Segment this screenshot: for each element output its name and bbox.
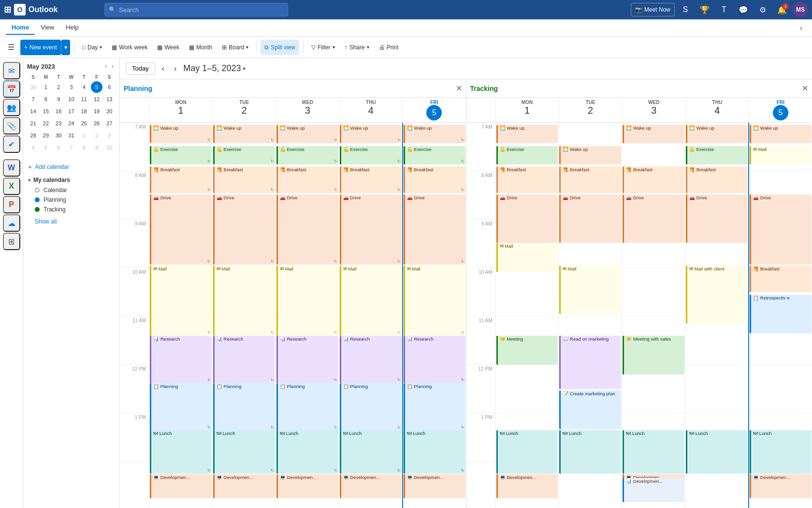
sidebar-item-ppt[interactable]: P xyxy=(3,196,20,213)
event-dev-tue2[interactable]: 💻 Developmen... xyxy=(213,474,275,498)
work-week-button[interactable]: ▦ Work week xyxy=(108,40,151,55)
mini-day-4-next[interactable]: 4 xyxy=(28,142,39,153)
event-mail-tue2[interactable]: ✉ Mail↻ xyxy=(213,266,275,336)
track-dev2-wed[interactable]: 📊 Developmen... xyxy=(623,478,684,502)
mini-day-21[interactable]: 21 xyxy=(28,118,39,129)
sidebar-item-excel[interactable]: X xyxy=(3,178,20,195)
track-lunch-fri[interactable]: 🍽 Lunch xyxy=(750,430,812,474)
event-wakeup-wed3[interactable]: 🌅 Wake up↻ xyxy=(276,125,338,143)
event-research-mon1[interactable]: 📊 Research↻ xyxy=(150,336,212,383)
track-create-mktplan-tue[interactable]: 📝 Create marketing plan xyxy=(559,390,621,429)
event-exercise-mon1[interactable]: 💪 Exercise↻ xyxy=(150,146,212,164)
board-button[interactable]: ⊞ Board ▾ xyxy=(218,40,252,55)
today-button[interactable]: Today xyxy=(126,62,155,75)
share-button[interactable]: ↑ Share ▾ xyxy=(341,40,373,55)
avatar[interactable]: MS xyxy=(793,2,808,17)
event-planning-mon1[interactable]: 📋 Planning↻ xyxy=(150,383,212,431)
mini-day-7-next[interactable]: 7 xyxy=(65,142,77,153)
event-dev-thu4[interactable]: 💻 Developmen... xyxy=(340,474,402,498)
mini-day-24[interactable]: 24 xyxy=(65,118,77,129)
mini-day-6[interactable]: 6 xyxy=(103,81,115,93)
mini-day-27[interactable]: 27 xyxy=(103,118,115,129)
tab-help[interactable]: Help xyxy=(60,21,85,35)
mini-cal-next[interactable]: › xyxy=(110,62,116,71)
track-mail-tue[interactable]: ✉ Mail xyxy=(559,266,621,314)
mini-day-1-next[interactable]: 1 xyxy=(78,130,90,141)
track-wakeup-fri[interactable]: 🌅 Wake up xyxy=(750,125,812,143)
mini-day-2-next[interactable]: 2 xyxy=(91,130,102,141)
event-research-thu4[interactable]: 📊 Research↻ xyxy=(340,336,402,383)
event-exercise-thu4[interactable]: 💪 Exercise↻ xyxy=(340,146,402,164)
sidebar-item-apps[interactable]: ⊞ xyxy=(3,233,20,250)
track-exercise-mon[interactable]: 💪 Exercise xyxy=(496,146,558,164)
track-drive-wed[interactable]: 🚗 Drive xyxy=(623,194,684,243)
event-lunch-fri5[interactable]: 🍽 Lunch↻ xyxy=(404,430,465,474)
track-breakfast-mon[interactable]: 🥞 Breakfast xyxy=(496,166,558,193)
mini-day-14[interactable]: 14 xyxy=(28,105,39,117)
mini-day-29[interactable]: 29 xyxy=(40,130,52,141)
sidebar-item-calendar[interactable]: 📅 xyxy=(3,80,20,98)
print-button[interactable]: 🖨 Print xyxy=(375,40,403,55)
track-drive-thu[interactable]: 🚗 Drive xyxy=(686,194,748,243)
mini-day-1[interactable]: 1 xyxy=(40,81,52,93)
event-exercise-fri5[interactable]: 💪 Exercise↻ xyxy=(404,146,465,164)
event-mail-mon1[interactable]: ✉ Mail↻ xyxy=(150,266,212,336)
mini-day-10[interactable]: 10 xyxy=(65,93,77,105)
mini-day-16[interactable]: 16 xyxy=(53,105,64,117)
mini-day-31[interactable]: 31 xyxy=(65,130,77,141)
event-drive-mon1[interactable]: 🚗 Drive↻ xyxy=(150,194,212,265)
split-view-button[interactable]: ⧉ Split view xyxy=(261,40,299,55)
track-drive-fri[interactable]: 🚗 Drive xyxy=(750,194,812,265)
mini-day-8-next[interactable]: 8 xyxy=(78,142,90,153)
event-planning-fri5[interactable]: 📋 Planning↻ xyxy=(404,383,465,431)
mini-day-7[interactable]: 7 xyxy=(28,93,39,105)
track-read-marketing-tue[interactable]: 📖 Read on marketing xyxy=(559,336,621,389)
sidebar-item-word[interactable]: W xyxy=(3,159,20,177)
month-button[interactable]: ▦ Month xyxy=(185,40,216,55)
next-button[interactable]: › xyxy=(171,62,179,75)
mini-day-25[interactable]: 25 xyxy=(78,118,90,129)
mini-day-5-next[interactable]: 5 xyxy=(40,142,52,153)
track-lunch-tue[interactable]: 🍽 Lunch xyxy=(559,430,621,474)
calendar-item-planning[interactable]: Planning xyxy=(27,195,116,205)
sidebar-item-mail[interactable]: ✉ xyxy=(3,62,20,79)
mini-day-9[interactable]: 9 xyxy=(53,93,64,105)
mini-day-13[interactable]: 13 xyxy=(103,93,115,105)
mini-day-26[interactable]: 26 xyxy=(91,118,102,129)
mini-day-30[interactable]: 30 xyxy=(53,130,64,141)
track-dev-fri[interactable]: 💻 Developmen... xyxy=(750,474,812,498)
event-wakeup-thu4[interactable]: 🌅 Wake up↻ xyxy=(340,125,402,143)
event-mail-wed3[interactable]: ✉ Mail↻ xyxy=(276,266,338,336)
event-breakfast-mon1[interactable]: 🥞 Breakfast↻ xyxy=(150,166,212,193)
event-wakeup-tue2[interactable]: 🌅 Wake up↻ xyxy=(213,125,275,143)
settings-button[interactable]: ⚙ xyxy=(754,1,771,18)
mini-day-10-next[interactable]: 10 xyxy=(103,142,115,153)
event-wakeup-fri5[interactable]: 🌅 Wake up↻ xyxy=(404,125,465,143)
event-drive-fri5[interactable]: 🚗 Drive↻ xyxy=(404,194,465,265)
event-lunch-mon1[interactable]: 🍽 Lunch↻ xyxy=(150,430,212,474)
mini-day-6-next[interactable]: 6 xyxy=(53,142,64,153)
track-wakeup-tue[interactable]: 🌅 Wake up xyxy=(559,146,621,164)
track-wakeup-thu[interactable]: 🌅 Wake up xyxy=(686,125,748,143)
mini-day-11[interactable]: 11 xyxy=(78,93,90,105)
track-mail-fri[interactable]: ✉ Mail xyxy=(750,146,812,164)
new-event-dropdown[interactable]: ▾ xyxy=(61,40,70,55)
event-research-tue2[interactable]: 📊 Research↻ xyxy=(213,336,275,383)
track-wakeup-mon[interactable]: 🌅 Wake up xyxy=(496,125,558,143)
mini-day-3[interactable]: 3 xyxy=(65,81,77,93)
event-breakfast-thu4[interactable]: 🥞 Breakfast↻ xyxy=(340,166,402,193)
track-meeting-sales-wed[interactable]: 🤝 Meeting with sales xyxy=(623,336,684,374)
event-breakfast-tue2[interactable]: 🥞 Breakfast↻ xyxy=(213,166,275,193)
track-mail-mon[interactable]: ✉ Mail xyxy=(496,243,558,272)
mini-day-5[interactable]: 5 xyxy=(91,81,102,93)
mini-day-8[interactable]: 8 xyxy=(40,93,52,105)
notifications-button[interactable]: 🔔3 xyxy=(773,1,791,18)
event-lunch-thu4[interactable]: 🍽 Lunch↻ xyxy=(340,430,402,474)
track-breakfast-thu[interactable]: 🥞 Breakfast xyxy=(686,166,748,193)
track-wakeup-wed[interactable]: 🌅 Wake up xyxy=(623,125,684,143)
date-range-title[interactable]: May 1–5, 2023 ▾ xyxy=(183,63,246,74)
mini-day-3-next[interactable]: 3 xyxy=(103,130,115,141)
event-drive-thu4[interactable]: 🚗 Drive↻ xyxy=(340,194,402,265)
mini-day-19[interactable]: 19 xyxy=(91,105,102,117)
meet-now-button[interactable]: 📷 Meet Now xyxy=(631,3,675,16)
